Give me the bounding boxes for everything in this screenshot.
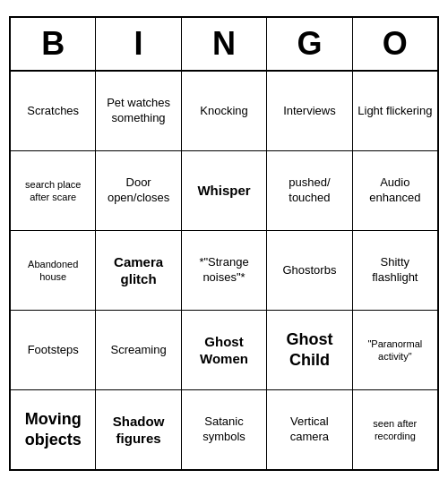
bingo-row-2: Abandoned houseCamera glitch*"Strange no… [11,231,437,311]
bingo-row-4: Moving objectsShadow figuresSatanic symb… [11,390,437,469]
bingo-cell-1-3: pushed/ touched [267,151,352,230]
bingo-cell-0-1: Pet watches something [96,72,181,150]
bingo-cell-1-2: Whisper [182,151,267,230]
header-letter-g: G [267,18,352,70]
bingo-grid: ScratchesPet watches somethingKnockingIn… [11,72,437,469]
bingo-cell-1-0: search place after scare [11,151,96,230]
bingo-cell-3-1: Screaming [96,311,181,389]
bingo-cell-2-0: Abandoned house [11,231,96,310]
bingo-row-3: FootstepsScreamingGhost WomenGhost Child… [11,311,437,390]
bingo-cell-2-1: Camera glitch [96,231,181,310]
bingo-cell-4-4: seen after recording [353,390,437,469]
bingo-cell-0-0: Scratches [11,72,96,150]
header-letter-b: B [11,18,96,70]
bingo-row-1: search place after scareDoor open/closes… [11,151,437,231]
bingo-cell-3-2: Ghost Women [182,311,267,389]
bingo-cell-4-1: Shadow figures [96,390,181,469]
bingo-cell-0-4: Light flickering [353,72,437,150]
bingo-cell-4-3: Vertical camera [267,390,352,469]
bingo-cell-2-3: Ghostorbs [267,231,352,310]
bingo-cell-4-0: Moving objects [11,390,96,469]
bingo-cell-2-2: *"Strange noises"* [182,231,267,310]
bingo-cell-1-1: Door open/closes [96,151,181,230]
bingo-cell-2-4: Shitty flashlight [353,231,437,310]
bingo-cell-3-0: Footsteps [11,311,96,389]
header-letter-o: O [353,18,437,70]
bingo-cell-4-2: Satanic symbols [182,390,267,469]
header-letter-i: I [96,18,181,70]
bingo-header: BINGO [11,18,437,72]
bingo-cell-0-2: Knocking [182,72,267,150]
bingo-cell-3-4: "Paranormal activity" [353,311,437,389]
header-letter-n: N [182,18,267,70]
bingo-cell-1-4: Audio enhanced [353,151,437,230]
bingo-cell-0-3: Interviews [267,72,352,150]
bingo-row-0: ScratchesPet watches somethingKnockingIn… [11,72,437,151]
bingo-card: BINGO ScratchesPet watches somethingKnoc… [9,16,439,471]
bingo-cell-3-3: Ghost Child [267,311,352,389]
